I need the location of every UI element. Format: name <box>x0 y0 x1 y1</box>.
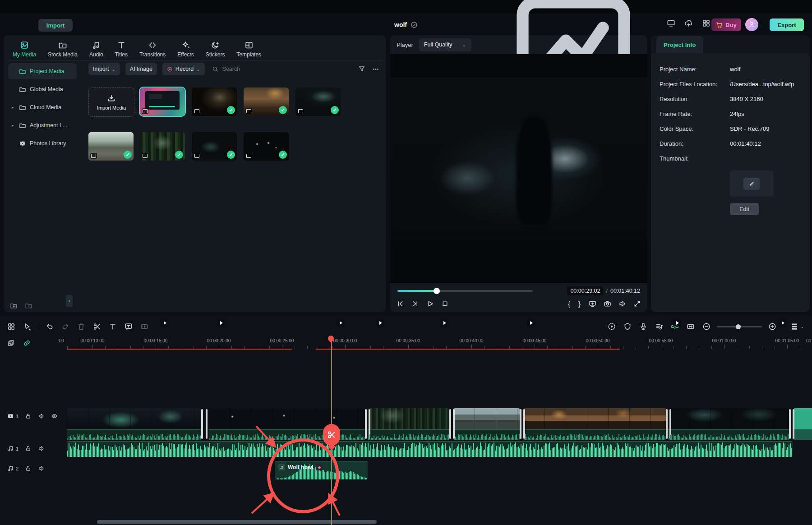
video-clip[interactable] <box>668 408 789 440</box>
new-folder-icon[interactable] <box>10 302 18 309</box>
clip-edge[interactable] <box>793 409 794 439</box>
video-clip[interactable] <box>453 408 520 440</box>
field-label: Frame Rate: <box>660 111 730 117</box>
clip-edge[interactable] <box>206 409 208 439</box>
project-info-body: Project Name:wolf Project Files Location… <box>651 53 810 312</box>
field-value: 00:01:40:12 <box>730 140 761 147</box>
field-label: Project Files Location: <box>660 81 730 88</box>
clip-edge[interactable] <box>201 409 203 439</box>
filter-icon[interactable] <box>358 65 365 73</box>
scrollbar-thumb[interactable] <box>97 520 377 524</box>
snapshot-camera-icon[interactable] <box>604 300 611 308</box>
tab-my-media[interactable]: My Media <box>13 41 36 58</box>
video-clip[interactable] <box>523 408 666 440</box>
clip-edge[interactable] <box>789 409 791 439</box>
sidebar-item-cloud-media[interactable]: ▸Cloud Media <box>8 99 77 115</box>
collapse-sidebar-button[interactable]: ‹ <box>66 295 73 307</box>
delete-folder-icon[interactable] <box>25 302 32 309</box>
import-media-tile[interactable]: Import Media <box>88 88 134 117</box>
tab-label: Transitions <box>139 51 166 58</box>
field-label: Project Name: <box>660 66 730 73</box>
export-button[interactable]: Export <box>770 18 804 31</box>
media-thumb[interactable]: ✓ <box>244 88 289 116</box>
tab-templates[interactable]: Templates <box>236 41 261 58</box>
connect-device-icon[interactable] <box>667 19 675 28</box>
avatar[interactable] <box>745 18 758 31</box>
in-use-check-icon: ✓ <box>331 106 339 114</box>
player-progress-track[interactable] <box>397 290 533 292</box>
mark-out-button[interactable]: } <box>578 300 581 308</box>
edit-button[interactable]: Edit <box>730 203 759 215</box>
sidebar-item-adjustment-layer[interactable]: ▸Adjustment L... <box>8 117 77 134</box>
media-thumb[interactable]: ✓ <box>88 132 134 161</box>
play-icon[interactable] <box>426 300 434 308</box>
tab-label: Stock Media <box>48 51 78 58</box>
workspace-layout-icon[interactable] <box>702 19 710 28</box>
video-stage[interactable] <box>390 54 647 283</box>
record-dot-icon <box>167 66 173 72</box>
more-options-icon[interactable]: ••• <box>373 67 379 72</box>
video-clip[interactable] <box>368 408 450 440</box>
edit-thumbnail-button[interactable] <box>743 178 760 190</box>
media-thumb[interactable]: ✓ <box>192 132 237 161</box>
horizontal-scrollbar[interactable] <box>0 520 812 524</box>
sidebar-item-global-media[interactable]: Global Media <box>8 81 77 97</box>
media-thumb[interactable]: ✓ <box>244 132 289 161</box>
media-thumb-selected[interactable] <box>140 88 185 116</box>
player-progress-thumb[interactable] <box>434 288 440 294</box>
sidebar-item-photos-library[interactable]: Photos Library <box>8 135 77 152</box>
previous-frame-icon[interactable] <box>397 300 404 308</box>
mark-in-button[interactable]: { <box>568 300 570 308</box>
import-dropdown-button[interactable]: Import⌄ <box>88 63 120 75</box>
project-info-panel: Project Info Project Name:wolf Project F… <box>651 35 810 312</box>
stop-icon[interactable] <box>441 300 449 308</box>
tab-label: Stickers <box>206 51 225 58</box>
tab-project-info[interactable]: Project Info <box>656 36 703 53</box>
tab-stock-media[interactable]: Stock Media <box>48 41 78 58</box>
media-thumb[interactable]: ✓ <box>295 88 341 116</box>
media-thumb[interactable]: ✓ <box>192 88 237 116</box>
video-clip[interactable] <box>209 408 365 440</box>
sidebar-item-project-media[interactable]: Project Media <box>8 63 77 79</box>
volume-icon[interactable] <box>618 300 626 308</box>
media-thumb[interactable]: ✓ <box>140 132 185 161</box>
search-box[interactable] <box>212 65 353 73</box>
project-title-area: wolf <box>352 18 460 32</box>
in-use-check-icon: ✓ <box>124 151 132 159</box>
cloud-upload-icon[interactable] <box>684 19 693 28</box>
sidebar-label: Project Media <box>30 68 64 74</box>
video-clip[interactable] <box>67 408 201 440</box>
next-frame-icon[interactable] <box>411 300 419 308</box>
field-label: Resolution: <box>660 96 730 102</box>
field-label: Thumbnail: <box>660 155 730 162</box>
in-use-check-icon: ✓ <box>227 151 235 159</box>
expand-caret[interactable]: ▸ <box>12 105 15 110</box>
field-value: 3840 X 2160 <box>730 96 763 102</box>
clip-edge[interactable] <box>520 409 521 439</box>
folder-icon <box>19 68 26 75</box>
quality-dropdown[interactable]: Full Quality ⌄ <box>419 38 471 51</box>
import-project-button[interactable]: Import <box>38 19 73 32</box>
split-scissors-badge[interactable] <box>323 424 340 446</box>
audio-clip-track1[interactable] <box>67 441 793 457</box>
ai-image-button[interactable]: AI Image <box>125 63 157 75</box>
thumbnail-box[interactable] <box>730 170 773 197</box>
tab-stickers[interactable]: Stickers <box>206 41 225 58</box>
field-value: 24fps <box>730 111 744 117</box>
record-dropdown-button[interactable]: Record⌄ <box>162 63 205 75</box>
video-clip-partial[interactable] <box>794 408 812 440</box>
tab-audio[interactable]: Audio <box>89 41 103 58</box>
expand-caret[interactable]: ▸ <box>12 123 15 128</box>
search-input[interactable] <box>221 65 286 73</box>
fullscreen-icon[interactable] <box>633 300 641 308</box>
mirror-display-icon[interactable] <box>589 300 596 308</box>
field-label: Color Space: <box>660 125 730 132</box>
total-time: 00:01:40:12 <box>610 288 640 294</box>
tab-transitions[interactable]: Transitions <box>139 41 166 58</box>
buy-button[interactable]: Buy <box>711 18 741 31</box>
tab-effects[interactable]: Effects <box>177 41 194 58</box>
in-use-check-icon: ✓ <box>227 106 235 114</box>
topbar-icon-group <box>667 19 710 28</box>
tab-titles[interactable]: Titles <box>115 41 128 58</box>
chevron-down-icon: ⌄ <box>462 42 466 47</box>
